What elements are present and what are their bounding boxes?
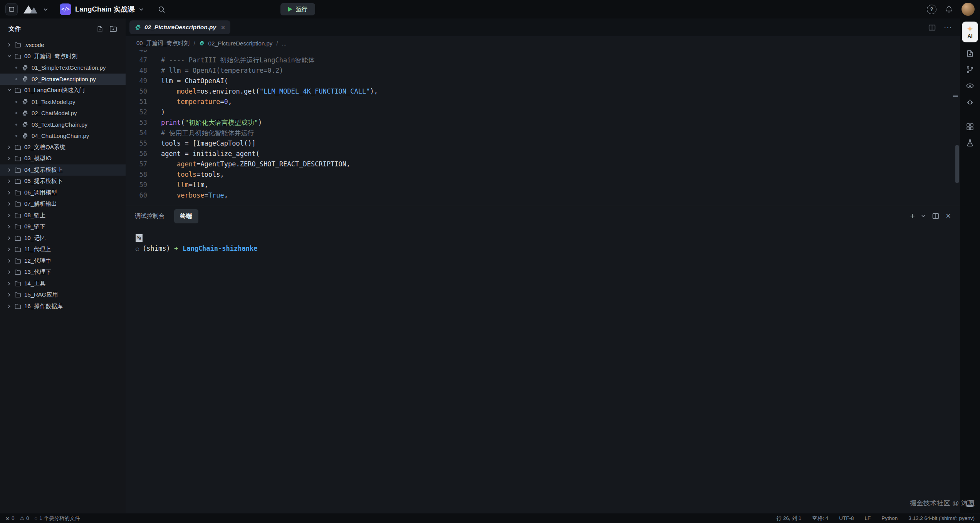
tree-item-label: 01_TextModel.py [32, 99, 75, 105]
workspace-chevron-icon[interactable] [43, 7, 48, 12]
tree-item-label: 05_提示模板下 [24, 178, 63, 185]
git-branch-icon[interactable] [966, 65, 974, 74]
tree-item-file[interactable]: 04_ChatLongChain.py [0, 130, 126, 142]
chevron-icon [7, 293, 12, 297]
tab-close-icon[interactable]: × [221, 24, 225, 31]
cursor-position[interactable]: 行 26, 列 1 [777, 515, 802, 522]
new-folder-icon[interactable] [109, 25, 117, 32]
folder-icon [15, 42, 22, 48]
indentation[interactable]: 空格: 4 [812, 515, 828, 522]
debug-icon[interactable] [966, 98, 974, 106]
project-icon: </> [60, 3, 71, 15]
breadcrumb-more[interactable]: ... [282, 40, 287, 47]
folder-icon [15, 54, 22, 59]
code-editor[interactable]: 464748495051525354555657585960 # ---- Pa… [126, 50, 960, 206]
editor-scrollbar[interactable] [955, 145, 959, 183]
chevron-icon [7, 270, 12, 274]
flask-test-icon[interactable] [966, 139, 974, 147]
tree-item-file[interactable]: 02_ChatModel.py [0, 107, 126, 119]
folder-icon [15, 224, 22, 230]
prompt-arrow-icon: ➜ [174, 245, 178, 252]
analysis-status[interactable]: ◌ 1 个要分析的文件 [35, 515, 81, 522]
project-chevron-icon[interactable] [139, 7, 144, 12]
tab-terminal[interactable]: 终端 [174, 209, 198, 223]
tree-item-label: 13_代理下 [24, 268, 51, 276]
tree-item-folder[interactable]: 12_代理中 [0, 255, 126, 267]
tree-item-file[interactable]: 01_TextModel.py [0, 96, 126, 108]
tree-item-file[interactable]: 01_SimpleTextGeneration.py [0, 62, 126, 74]
python-icon [199, 40, 205, 46]
python-interpreter[interactable]: 3.12.2 64-bit ('shims': pyenv) [908, 515, 975, 521]
tree-item-folder[interactable]: 04_提示模板上 [0, 164, 126, 176]
tree-item-folder[interactable]: 02_文档QA系统 [0, 142, 126, 153]
problems-errors[interactable]: ⊗ 0 [5, 515, 14, 521]
search-icon[interactable] [158, 5, 166, 13]
app-logo[interactable] [23, 5, 38, 14]
tree-item-folder[interactable]: 15_RAG应用 [0, 289, 126, 301]
tree-item-folder[interactable]: 14_工具 [0, 278, 126, 290]
ai-assistant-button[interactable]: AI [962, 22, 978, 42]
tree-item-folder[interactable]: .vscode [0, 39, 126, 51]
tree-item-label: 16_操作数据库 [24, 303, 63, 310]
grid-apps-icon[interactable] [966, 122, 974, 131]
tree-item-folder[interactable]: 16_操作数据库 [0, 301, 126, 312]
encoding[interactable]: UTF-8 [839, 515, 854, 521]
terminal[interactable]: % ○(shims)➜LangChain-shizhanke [126, 226, 960, 513]
folder-icon [15, 235, 22, 241]
sidebar-toggle-button[interactable] [5, 3, 18, 15]
tree-item-folder[interactable]: 09_链下 [0, 221, 126, 233]
problems-warnings[interactable]: ⚠ 0 [20, 515, 29, 521]
tree-item-folder[interactable]: 00_开篇词_奇点时刻 [0, 51, 126, 62]
overview-ruler-mark [953, 96, 958, 97]
tree-item-file[interactable]: 03_TextLangChain.py [0, 119, 126, 131]
ai-label: AI [968, 33, 973, 39]
eye-icon[interactable] [966, 82, 974, 90]
eol[interactable]: LF [864, 515, 871, 521]
error-count: 0 [12, 515, 15, 521]
tree-item-folder[interactable]: 05_提示模板下 [0, 176, 126, 187]
close-panel-icon[interactable]: × [946, 212, 951, 220]
tree-item-folder[interactable]: 11_代理上 [0, 244, 126, 255]
tree-item-folder[interactable]: 13_代理下 [0, 267, 126, 278]
code-lines: # ---- PartIII 初始化并运行LangChain智能体# llm =… [156, 50, 960, 201]
project-title[interactable]: LangChain 实战课 [75, 5, 135, 14]
editor-tabbar: 02_PictureDescription.py × ··· [126, 18, 960, 36]
chevron-icon [7, 304, 12, 308]
tree-item-label: 07_解析输出 [24, 200, 57, 208]
folder-icon [15, 201, 22, 207]
new-file-icon[interactable] [96, 25, 104, 33]
tree-item-folder[interactable]: 01_LangChain快速入门 [0, 85, 126, 96]
split-editor-icon[interactable] [928, 23, 936, 32]
python-icon [22, 76, 29, 82]
folder-icon [15, 292, 22, 298]
activity-bar: AI [960, 18, 980, 513]
tab-debug-console[interactable]: 调试控制台 [135, 212, 165, 220]
tree-item-folder[interactable]: 08_链上 [0, 210, 126, 221]
project-switcher[interactable]: </> LangChain 实战课 [60, 3, 144, 15]
error-icon: ⊗ [5, 515, 10, 521]
language-mode[interactable]: Python [881, 515, 898, 521]
python-icon [22, 110, 29, 116]
help-button[interactable]: ? [927, 5, 936, 14]
tree-item-folder[interactable]: 06_调用模型 [0, 187, 126, 199]
more-actions-icon[interactable]: ··· [944, 23, 952, 32]
prompt-directory: LangChain-shizhanke [183, 245, 257, 252]
run-button[interactable]: 运行 [280, 3, 315, 15]
user-avatar[interactable] [962, 3, 975, 16]
tree-item-folder[interactable]: 07_解析输出 [0, 198, 126, 210]
file-export-icon[interactable] [966, 49, 974, 58]
chevron-icon [7, 213, 12, 218]
tree-item-label: 02_PictureDescription.py [32, 76, 96, 82]
notifications-bell-icon[interactable] [945, 5, 953, 13]
tree-item-folder[interactable]: 03_模型IO [0, 153, 126, 164]
terminal-dropdown-chevron-icon[interactable] [921, 214, 926, 218]
breadcrumb-file[interactable]: 02_PictureDescription.py [208, 40, 273, 47]
tree-item-folder[interactable]: 10_记忆 [0, 233, 126, 244]
editor-tab[interactable]: 02_PictureDescription.py × [129, 20, 230, 34]
breadcrumb-folder[interactable]: 00_开篇词_奇点时刻 [136, 40, 190, 47]
breadcrumb-separator: / [193, 40, 195, 47]
chevron-icon [7, 236, 12, 240]
split-terminal-icon[interactable] [932, 212, 940, 220]
tree-item-file[interactable]: 02_PictureDescription.py [0, 74, 126, 85]
new-terminal-icon[interactable]: + [910, 212, 915, 220]
